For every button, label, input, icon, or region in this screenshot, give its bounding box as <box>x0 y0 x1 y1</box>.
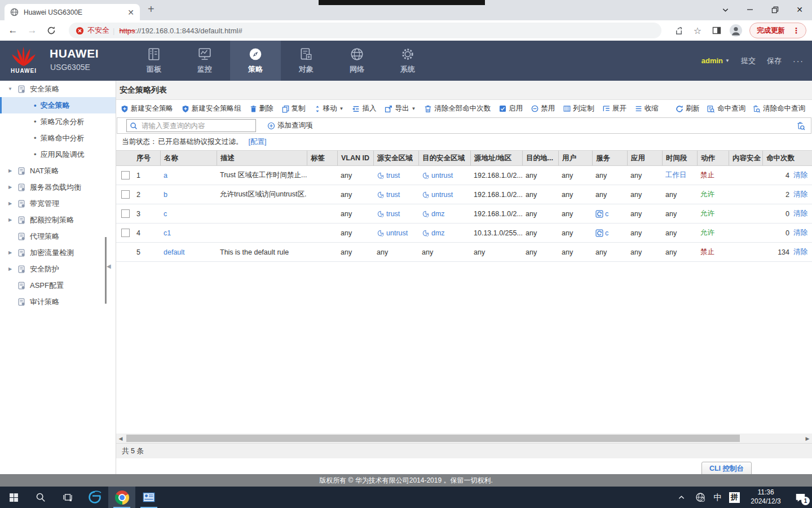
zone-link[interactable]: dmz <box>431 210 445 218</box>
sidebar-item-policy-hit-analysis[interactable]: •策略命中分析 <box>0 130 116 146</box>
status-config-link[interactable]: [配置] <box>249 137 267 147</box>
address-bar[interactable]: 不安全 | https ://192.168.0.1:8443/default.… <box>69 23 661 38</box>
service-link[interactable]: c <box>605 229 608 237</box>
enable-button[interactable]: 启用 <box>499 104 523 113</box>
browser-menu-icon[interactable]: ⋮ <box>789 26 804 35</box>
new-tab-button[interactable]: + <box>148 3 155 16</box>
sidebar-item-encrypted-traffic-detect[interactable]: ▶加密流量检测 <box>0 244 116 261</box>
horizontal-scrollbar[interactable]: ◀ ▶ <box>116 433 812 443</box>
copy-button[interactable]: 复制 <box>282 104 306 113</box>
submit-button[interactable]: 提交 <box>741 56 756 66</box>
row-checkbox[interactable] <box>121 209 130 218</box>
chrome-update-button[interactable]: 完成更新 ⋮ <box>749 23 806 38</box>
sidebar-item-quota-control[interactable]: ▶配额控制策略 <box>0 212 116 228</box>
more-menu-icon[interactable]: ··· <box>793 56 804 65</box>
column-header[interactable]: 目的地... <box>522 151 558 165</box>
taskbar-clock[interactable]: 11:36 2024/12/3 <box>743 487 788 508</box>
chrome-icon[interactable] <box>108 487 135 508</box>
time-range-link[interactable]: 工作日 <box>665 170 687 180</box>
task-view-button[interactable] <box>54 487 81 508</box>
sidebar-item-policy-redundancy[interactable]: •策略冗余分析 <box>0 113 116 130</box>
close-window-icon[interactable]: ✕ <box>787 0 812 19</box>
column-header[interactable]: 目的安全区域 <box>418 151 470 165</box>
move-button[interactable]: 移动▼ <box>314 104 344 113</box>
scrollbar-thumb[interactable] <box>126 435 740 442</box>
zone-link[interactable]: untrust <box>431 172 453 179</box>
hit-query-button[interactable]: 命中查询 <box>707 104 745 113</box>
nav-item-monitor[interactable]: 监控 <box>179 41 230 81</box>
expand-arrow-icon[interactable]: ▼ <box>7 86 13 91</box>
expand-arrow-icon[interactable]: ▶ <box>7 250 13 255</box>
column-header[interactable]: 源安全区域 <box>373 151 418 165</box>
service-link[interactable]: c <box>605 210 608 218</box>
column-header[interactable] <box>116 151 133 165</box>
delete-button[interactable]: 删除 <box>250 104 273 113</box>
nav-item-network[interactable]: 网络 <box>332 41 382 81</box>
notification-center-icon[interactable]: 1 <box>788 487 812 508</box>
column-header[interactable]: 时间段 <box>662 151 697 165</box>
ime-pinyin-indicator[interactable]: 拼 <box>726 487 743 508</box>
clear-hits-link[interactable]: 清除 <box>793 228 807 238</box>
expand-arrow-icon[interactable]: ▶ <box>7 168 13 173</box>
clear-hits-link[interactable]: 清除 <box>793 190 807 199</box>
sidebar-scrollbar[interactable] <box>105 237 107 304</box>
nav-item-dashboard[interactable]: 面板 <box>129 41 179 81</box>
scroll-left-icon[interactable]: ◀ <box>116 433 125 443</box>
nav-item-policy[interactable]: 策略 <box>230 41 281 81</box>
column-header[interactable]: 源地址/地区 <box>470 151 522 165</box>
zone-link[interactable]: untrust <box>431 191 453 199</box>
policy-name-link[interactable]: c1 <box>164 229 171 237</box>
table-row[interactable]: 5defaultThis is the default ruleanyanyan… <box>116 243 812 262</box>
bookmark-star-icon[interactable]: ☆ <box>690 23 705 38</box>
zone-link[interactable]: trust <box>386 210 400 218</box>
browser-tab[interactable]: Huawei USG6300E ✕ <box>5 4 140 20</box>
sidebar-item-bandwidth-mgmt[interactable]: ▶带宽管理 <box>0 195 116 212</box>
expand-arrow-icon[interactable]: ▶ <box>7 185 13 190</box>
policy-name-link[interactable]: c <box>164 210 167 218</box>
export-button[interactable]: 导出▼ <box>385 104 416 113</box>
column-header[interactable]: 命中次数 <box>762 151 809 165</box>
user-menu[interactable]: admin ▼ <box>701 56 730 65</box>
minimize-icon[interactable] <box>738 0 762 19</box>
table-row[interactable]: 4c1anyuntrustdmz10.13.1.0/255....anyanyc… <box>116 224 812 243</box>
profile-avatar[interactable] <box>728 23 744 38</box>
column-header[interactable]: 序号 <box>133 151 160 165</box>
sidebar-item-proxy-policy[interactable]: 代理策略 <box>0 228 116 244</box>
nav-item-object[interactable]: 对象 <box>281 41 332 81</box>
reload-icon[interactable] <box>44 23 59 38</box>
table-row[interactable]: 3canytrustdmz192.168.1.0/2...anyanycanya… <box>116 204 812 224</box>
add-query-button[interactable]: 添加查询项 <box>267 121 313 130</box>
shrink-button[interactable]: 收缩 <box>635 104 659 113</box>
new-policy-group-button[interactable]: 新建安全策略组 <box>182 104 241 113</box>
save-button[interactable]: 保存 <box>767 56 782 66</box>
side-panel-icon[interactable] <box>709 23 725 38</box>
document-app-icon[interactable] <box>135 487 162 508</box>
row-checkbox[interactable] <box>121 171 130 179</box>
ime-language-indicator[interactable]: 中 <box>710 487 726 508</box>
taskbar-search-button[interactable] <box>27 487 54 508</box>
table-row[interactable]: 2b允许trust区域访问untrust区...anytrustuntrust1… <box>116 185 812 204</box>
table-row[interactable]: 1aTrust 区域在工作时间禁止...anytrustuntrust192.1… <box>116 166 812 185</box>
disable-button[interactable]: 禁用 <box>531 104 555 113</box>
scroll-right-icon[interactable]: ▶ <box>803 433 812 443</box>
policy-name-link[interactable]: a <box>164 172 167 179</box>
not-secure-label[interactable]: 不安全 <box>87 25 109 36</box>
row-checkbox[interactable] <box>121 190 130 199</box>
tab-search-chevron-icon[interactable] <box>713 0 738 19</box>
clear-all-hits-button[interactable]: 00清除全部命中次数 <box>424 104 491 113</box>
restore-icon[interactable] <box>762 0 787 19</box>
expand-arrow-icon[interactable]: ▶ <box>7 217 13 222</box>
column-header[interactable]: 动作 <box>697 151 729 165</box>
share-icon[interactable] <box>670 23 686 38</box>
sidebar-item-aspf-config[interactable]: ASPF配置 <box>0 277 116 294</box>
nav-item-system[interactable]: 系统 <box>382 41 433 81</box>
sidebar-item-nat-policy[interactable]: ▶NAT策略 <box>0 163 116 179</box>
column-header[interactable]: 应用 <box>627 151 662 165</box>
clear-hits-link[interactable]: 清除 <box>793 170 807 180</box>
sidebar-item-security-policy-list[interactable]: •安全策略 <box>0 97 116 113</box>
start-button[interactable] <box>0 487 27 508</box>
column-header[interactable]: 用户 <box>558 151 592 165</box>
sidebar-item-security-policy[interactable]: ▼安全策略 <box>0 81 116 97</box>
tray-chevron-icon[interactable] <box>672 487 691 508</box>
policy-name-link[interactable]: default <box>164 248 185 256</box>
